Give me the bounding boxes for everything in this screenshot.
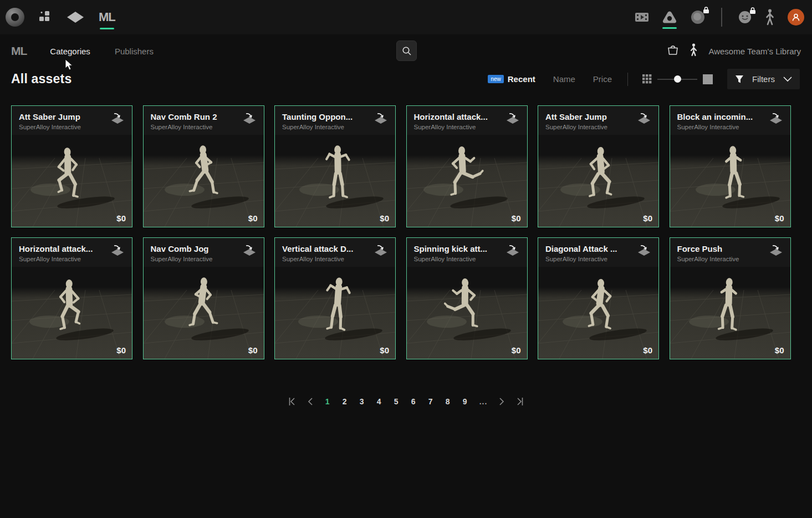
- asset-publisher[interactable]: SuperAlloy Interactive: [19, 256, 93, 262]
- team-library-label[interactable]: Awesome Team's Library: [708, 47, 801, 56]
- add-to-platform-icon[interactable]: [768, 112, 784, 131]
- asset-publisher[interactable]: SuperAlloy Interactive: [282, 256, 353, 262]
- user-avatar[interactable]: [788, 9, 804, 26]
- asset-preview[interactable]: $0: [275, 267, 395, 359]
- asset-title: Nav Comb Run 2: [151, 112, 217, 121]
- asset-preview[interactable]: $0: [538, 267, 658, 359]
- asset-preview[interactable]: $0: [12, 267, 132, 359]
- sphere-locked-icon[interactable]: [690, 9, 706, 25]
- animation-triangle-icon[interactable]: [662, 11, 677, 24]
- add-to-platform-icon[interactable]: [373, 112, 389, 131]
- lock-icon: [749, 7, 756, 17]
- asset-preview[interactable]: $0: [407, 135, 527, 227]
- mannequin-figure: [313, 144, 364, 215]
- asset-preview[interactable]: $0: [407, 267, 527, 359]
- asset-card-text: Horizontal attack... SuperAlloy Interact…: [19, 244, 93, 263]
- page-7[interactable]: 7: [426, 396, 436, 407]
- asset-card[interactable]: Nav Comb Run 2 SuperAlloy Interactive: [143, 105, 264, 227]
- library-nav: ML Categories Publishers Awesome Team's …: [0, 34, 812, 68]
- page-9[interactable]: 9: [460, 396, 470, 407]
- asset-card[interactable]: Nav Comb Jog SuperAlloy Interactive: [143, 237, 264, 359]
- grid-small-icon[interactable]: [642, 74, 652, 84]
- asset-card[interactable]: Diagonal Attack ... SuperAlloy Interacti…: [538, 237, 659, 359]
- asset-card-header: Taunting Oppon... SuperAlloy Interactive: [275, 106, 395, 135]
- page-4[interactable]: 4: [374, 396, 384, 407]
- page-6[interactable]: 6: [408, 396, 418, 407]
- asset-price: $0: [512, 346, 521, 355]
- subnav-right-group: Awesome Team's Library: [667, 43, 801, 59]
- asset-publisher[interactable]: SuperAlloy Interactive: [19, 124, 81, 130]
- tab-categories[interactable]: Categories: [50, 47, 90, 56]
- page-3[interactable]: 3: [357, 396, 367, 407]
- asset-preview[interactable]: $0: [538, 135, 658, 227]
- asset-publisher[interactable]: SuperAlloy Interactive: [151, 256, 213, 262]
- page-5[interactable]: 5: [391, 396, 401, 407]
- add-to-platform-icon[interactable]: [636, 112, 652, 131]
- page-ellipsis[interactable]: ...: [477, 396, 490, 407]
- filters-button[interactable]: Filters: [727, 69, 800, 89]
- asset-preview[interactable]: $0: [144, 267, 264, 359]
- add-to-platform-icon[interactable]: [110, 244, 125, 263]
- asset-preview[interactable]: $0: [12, 135, 132, 227]
- asset-preview[interactable]: $0: [144, 135, 264, 227]
- asset-preview[interactable]: $0: [670, 267, 790, 359]
- film-clip-icon[interactable]: [635, 11, 649, 23]
- add-to-platform-icon[interactable]: [505, 244, 520, 263]
- asset-publisher[interactable]: SuperAlloy Interactive: [545, 124, 607, 130]
- add-to-platform-icon[interactable]: [110, 112, 125, 131]
- size-slider-knob[interactable]: [674, 75, 681, 83]
- page-8[interactable]: 8: [443, 396, 453, 407]
- asset-card[interactable]: Block an incomin... SuperAlloy Interacti…: [670, 105, 791, 227]
- mannequin-icon[interactable]: [765, 9, 774, 26]
- search-icon: [402, 46, 412, 56]
- asset-price: $0: [643, 346, 652, 355]
- add-to-platform-icon[interactable]: [636, 244, 652, 263]
- ml-wordmark-active[interactable]: ML: [99, 10, 115, 24]
- page-1[interactable]: 1: [323, 396, 333, 407]
- apps-grid-icon[interactable]: [39, 11, 52, 24]
- asset-title: Horizontal attack...: [414, 112, 488, 121]
- asset-card[interactable]: Force Push SuperAlloy Interactive: [670, 237, 791, 359]
- add-to-platform-icon[interactable]: [242, 112, 257, 131]
- person-icon[interactable]: [690, 43, 697, 59]
- diamond-icon[interactable]: [67, 11, 84, 23]
- sort-name[interactable]: Name: [553, 74, 575, 84]
- size-slider[interactable]: [657, 79, 697, 80]
- search-button[interactable]: [396, 40, 417, 61]
- cart-icon[interactable]: [667, 44, 679, 58]
- asset-card[interactable]: Att Saber Jump SuperAlloy Interactive: [538, 105, 659, 227]
- asset-publisher[interactable]: SuperAlloy Interactive: [414, 124, 488, 130]
- mannequin-figure: [702, 276, 753, 347]
- asset-publisher[interactable]: SuperAlloy Interactive: [282, 124, 353, 130]
- prev-page-icon[interactable]: [305, 397, 315, 406]
- face-locked-icon[interactable]: [738, 10, 752, 24]
- asset-card[interactable]: Spinning kick att... SuperAlloy Interact…: [406, 237, 528, 359]
- asset-publisher[interactable]: SuperAlloy Interactive: [414, 256, 488, 262]
- asset-card[interactable]: Horizontal attack... SuperAlloy Interact…: [11, 237, 132, 359]
- asset-preview[interactable]: $0: [275, 135, 395, 227]
- add-to-platform-icon[interactable]: [242, 244, 257, 263]
- asset-card-header: Horizontal attack... SuperAlloy Interact…: [12, 238, 132, 267]
- asset-publisher[interactable]: SuperAlloy Interactive: [677, 256, 739, 262]
- nav-ml-wordmark[interactable]: ML: [11, 44, 27, 58]
- page-2[interactable]: 2: [340, 396, 350, 407]
- asset-publisher[interactable]: SuperAlloy Interactive: [545, 256, 617, 262]
- app-ring-logo-icon[interactable]: [6, 8, 24, 27]
- last-page-icon[interactable]: [514, 397, 525, 406]
- asset-preview[interactable]: $0: [670, 135, 790, 227]
- sort-price[interactable]: Price: [593, 74, 612, 84]
- sort-recent[interactable]: new Recent: [488, 74, 535, 84]
- add-to-platform-icon[interactable]: [373, 244, 389, 263]
- asset-card[interactable]: Horizontal attack... SuperAlloy Interact…: [406, 105, 528, 227]
- asset-card[interactable]: Att Saber Jump SuperAlloy Interactive: [11, 105, 132, 227]
- asset-card[interactable]: Taunting Oppon... SuperAlloy Interactive: [274, 105, 396, 227]
- add-to-platform-icon[interactable]: [768, 244, 784, 263]
- asset-publisher[interactable]: SuperAlloy Interactive: [677, 124, 753, 130]
- asset-card[interactable]: Vertical attack D... SuperAlloy Interact…: [274, 237, 396, 359]
- tab-publishers[interactable]: Publishers: [115, 47, 154, 56]
- next-page-icon[interactable]: [497, 397, 507, 406]
- first-page-icon[interactable]: [287, 397, 298, 406]
- add-to-platform-icon[interactable]: [505, 112, 520, 131]
- asset-publisher[interactable]: SuperAlloy Interactive: [151, 124, 217, 130]
- grid-large-icon[interactable]: [703, 74, 713, 84]
